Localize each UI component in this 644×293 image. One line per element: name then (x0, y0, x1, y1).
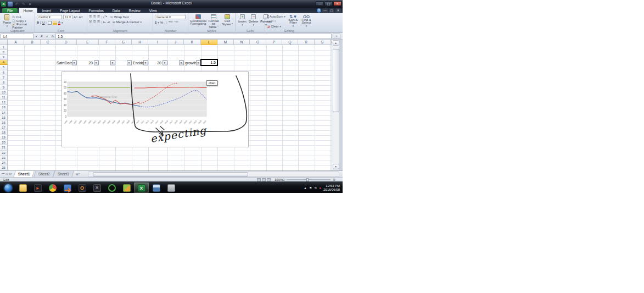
row-header-23[interactable]: 23 (0, 156, 8, 161)
row-header-18[interactable]: 18 (0, 130, 8, 135)
dropdown-H4[interactable]: ▼ (143, 60, 148, 65)
align-left-icon[interactable]: ☱ (89, 20, 92, 24)
fill-color-icon[interactable] (53, 21, 57, 25)
close-button[interactable]: ✕ (333, 1, 341, 6)
align-right-icon[interactable]: ☴ (97, 20, 100, 24)
orientation-icon[interactable]: ⤢▾ (103, 15, 107, 19)
workbook-minimize-icon[interactable]: — (322, 8, 328, 13)
workbook-close-icon[interactable]: ✕ (335, 8, 341, 13)
insert-function-icon[interactable]: fx (50, 35, 55, 38)
taskbar-item-excel-active[interactable]: X (134, 183, 149, 193)
grow-font-button[interactable]: A˄ (74, 15, 78, 19)
sheet-nav-icons[interactable]: ⏮◂▸⏭ (0, 172, 14, 176)
cell-styles-button[interactable]: Cell Styles ˇ (221, 14, 234, 29)
vertical-scroll-thumb[interactable] (333, 49, 339, 112)
row-header-24[interactable]: 24 (0, 161, 8, 165)
dropdown-D4[interactable]: ▼ (72, 60, 77, 65)
copy-button[interactable]: ❏ Copy ▾ (12, 19, 33, 23)
format-as-table-button[interactable]: Format as Table ˇ (206, 14, 221, 29)
font-name-select[interactable]: Calibri ▾ (37, 15, 62, 19)
row-header-8[interactable]: 8 (0, 80, 8, 85)
column-header-S[interactable]: S (315, 40, 331, 45)
row-header-10[interactable]: 10 (0, 90, 8, 95)
scroll-down-icon[interactable]: ▼ (333, 164, 339, 169)
row-header-9[interactable]: 9 (0, 85, 8, 90)
cell-D4[interactable]: SatrtDate (57, 60, 73, 65)
decrease-indent-icon[interactable]: ⇤ (103, 20, 106, 24)
number-format-select[interactable]: General ▾ (155, 15, 186, 19)
align-middle-icon[interactable]: ☰ (93, 15, 96, 19)
paste-button[interactable]: Paste▾ (2, 14, 12, 29)
clear-button[interactable]: ◪ Clear ▾ (267, 24, 287, 28)
delete-cells-button[interactable]: − Delete▾ (248, 14, 259, 29)
taskbar-item-media-player[interactable]: ▸ (30, 183, 45, 193)
row-header-17[interactable]: 17 (0, 125, 8, 130)
comma-format-button[interactable]: , (164, 21, 165, 24)
row-header-12[interactable]: 12 (0, 100, 8, 105)
shrink-font-button[interactable]: A˅ (79, 15, 83, 19)
name-box-dropdown-icon[interactable]: ▾ (33, 34, 39, 38)
row-header-5[interactable]: 5 (0, 65, 8, 70)
find-select-button[interactable]: ΩΩ Find & Select▾ (300, 15, 312, 27)
column-header-P[interactable]: P (266, 40, 282, 45)
fill-button[interactable]: ⤓ Fill ▾ (267, 19, 287, 23)
horizontal-scrollbar[interactable] (88, 172, 339, 177)
column-header-E[interactable]: E (77, 40, 99, 45)
volume-alert-icon[interactable]: ● (319, 186, 321, 190)
conditional-formatting-button[interactable]: Conditional Formatting ˇ (190, 14, 206, 29)
row-header-2[interactable]: 2 (0, 50, 8, 55)
row-header-7[interactable]: 7 (0, 75, 8, 80)
format-painter-button[interactable]: 🖌︎ Format Painter (12, 23, 33, 29)
column-header-A[interactable]: A (8, 40, 24, 45)
tab-formulas[interactable]: Formulas (85, 8, 108, 13)
row-header-21[interactable]: 21 (0, 145, 8, 150)
tray-expand-icon[interactable]: ▲ (304, 186, 307, 190)
workbook-restore-icon[interactable]: ▢ (329, 8, 334, 13)
help-icon[interactable]: ? (317, 8, 321, 13)
row-header-22[interactable]: 22 (0, 151, 8, 156)
horizontal-scroll-thumb[interactable] (93, 172, 248, 176)
sort-filter-button[interactable]: ⇅▼ Sort & Filter▾ (287, 15, 299, 27)
row-header-19[interactable]: 19 (0, 135, 8, 140)
dropdown-G4[interactable]: ▼ (127, 60, 132, 65)
column-header-M[interactable]: M (217, 40, 234, 45)
taskbar-item-start-orb[interactable] (1, 183, 15, 193)
font-color-icon[interactable]: A (58, 20, 60, 25)
restore-button[interactable]: ▢ (324, 1, 333, 6)
tab-page-layout[interactable]: Page Layout (56, 8, 84, 13)
tab-file[interactable]: File (2, 8, 18, 13)
decrease-decimal-icon[interactable]: ⁻⁰⁰ (173, 20, 178, 24)
underline-button[interactable]: U (42, 21, 44, 24)
row-header-3[interactable]: 3 (0, 55, 8, 60)
row-header-25[interactable]: 25 (0, 165, 8, 170)
selected-cell-L4[interactable]: 1.5 (200, 59, 218, 66)
align-bottom-icon[interactable]: ☰ (97, 15, 100, 19)
wrap-text-button[interactable]: ⇋ Wrap Text (110, 15, 129, 19)
select-all-corner[interactable] (0, 40, 8, 45)
dropdown-I4[interactable]: ▼ (163, 60, 167, 65)
cancel-icon[interactable]: ✗ (39, 34, 44, 38)
cell-I4[interactable]: 20 (148, 60, 161, 65)
insert-cells-button[interactable]: + Insert▾ (237, 14, 248, 29)
merge-center-button[interactable]: ⊞ Merge & Center ▾ (113, 20, 142, 24)
taskbar-item-screen-recorder[interactable] (104, 183, 119, 193)
minimize-button[interactable]: — (316, 1, 324, 6)
align-top-icon[interactable]: ☰ (89, 15, 92, 19)
name-box[interactable]: L4 (1, 34, 33, 39)
taskbar-item-dev-tool[interactable]: ✕ (89, 183, 104, 193)
enter-icon[interactable]: ✓ (44, 34, 50, 38)
row-header-20[interactable]: 20 (0, 140, 8, 145)
tab-view[interactable]: View (145, 8, 161, 13)
row-header-4[interactable]: 4 (0, 60, 8, 65)
expand-formula-bar-icon[interactable]: ˅ (333, 34, 340, 39)
sheet-tab-sheet1[interactable]: Sheet1 (13, 171, 35, 177)
column-header-C[interactable]: C (41, 40, 55, 45)
column-header-G[interactable]: G (115, 40, 132, 45)
column-header-N[interactable]: N (234, 40, 250, 45)
column-header-J[interactable]: J (167, 40, 184, 45)
zoom-out-icon[interactable]: ⊖ (282, 178, 285, 181)
tab-insert[interactable]: Insert (38, 8, 55, 13)
taskbar-item-chrome-browser[interactable] (45, 183, 60, 193)
sheet-tab-sheet2[interactable]: Sheet2 (33, 171, 54, 177)
currency-format-button[interactable]: $ (155, 21, 156, 24)
